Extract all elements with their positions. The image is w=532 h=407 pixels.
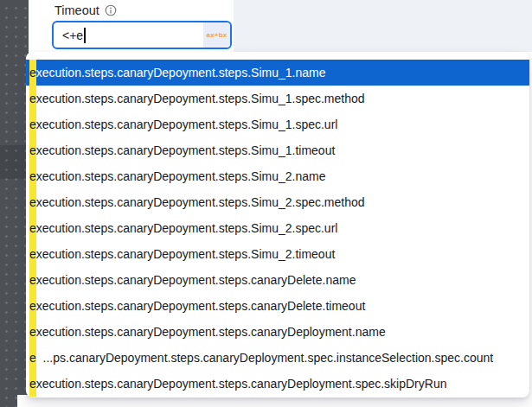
item-text: xecution.steps.canaryDepoyment.steps.Sim… xyxy=(36,137,336,163)
dropdown-item[interactable]: execution.steps.canaryDepoyment.steps.Si… xyxy=(26,189,529,215)
match-highlight: e xyxy=(29,189,36,215)
match-highlight: e xyxy=(29,371,36,397)
item-text: xecution.steps.canaryDepoyment.steps.can… xyxy=(36,371,447,397)
pipeline-step-form-screen: Timeout <+e ax+bx execution.steps.canary… xyxy=(0,0,532,407)
item-text: xecution.steps.canaryDepoyment.steps.can… xyxy=(36,267,356,293)
match-highlight: e xyxy=(29,163,36,189)
timeout-input-value: <+e xyxy=(54,29,83,42)
match-highlight: e xyxy=(29,215,36,241)
match-highlight: e xyxy=(29,60,36,86)
match-highlight: e xyxy=(29,319,36,345)
dropdown-item[interactable]: execution.steps.canaryDepoyment.steps.Si… xyxy=(26,86,529,111)
item-text: xecution.steps.canaryDepoyment.steps.can… xyxy=(36,319,386,345)
item-text: xecution.steps.canaryDepoyment.steps.Sim… xyxy=(36,60,326,86)
expression-mode-badge[interactable]: ax+bx xyxy=(203,22,230,48)
dropdown-item[interactable]: e ...ps.canaryDepoyment.steps.canaryDepl… xyxy=(26,345,529,371)
item-text: xecution.steps.canaryDepoyment.steps.Sim… xyxy=(36,86,365,111)
expression-autocomplete-dropdown: execution.steps.canaryDepoyment.steps.Si… xyxy=(26,52,529,397)
dropdown-item[interactable]: execution.steps.canaryDepoyment.steps.Si… xyxy=(26,163,529,189)
dropdown-item[interactable]: execution.steps.canaryDepoyment.steps.Si… xyxy=(26,60,529,86)
dropdown-item[interactable]: execution.steps.canaryDepoyment.steps.ca… xyxy=(26,293,529,319)
match-highlight: e xyxy=(29,293,36,319)
item-text: xecution.steps.canaryDepoyment.steps.Sim… xyxy=(36,111,338,137)
match-highlight: e xyxy=(29,86,36,111)
dropdown-item[interactable]: execution.steps.canaryDepoyment.steps.ca… xyxy=(26,371,529,397)
match-highlight: e xyxy=(29,267,36,293)
timeout-expression-input[interactable]: <+e ax+bx xyxy=(52,21,232,49)
dropdown-item[interactable]: execution.steps.canaryDepoyment.steps.Si… xyxy=(26,215,529,241)
text-cursor xyxy=(84,28,86,43)
dropdown-item[interactable]: execution.steps.canaryDepoyment.steps.Si… xyxy=(26,137,529,163)
dropdown-item[interactable]: execution.steps.canaryDepoyment.steps.Si… xyxy=(26,241,529,267)
match-highlight: e xyxy=(29,345,36,371)
dropdown-item[interactable]: execution.steps.canaryDepoyment.steps.ca… xyxy=(26,267,529,293)
canvas-light-area xyxy=(17,395,29,407)
dropdown-item[interactable]: execution.steps.canaryDepoyment.steps.Si… xyxy=(26,111,529,137)
timeout-field-label-row: Timeout xyxy=(54,3,117,17)
item-text: xecution.steps.canaryDepoyment.steps.Sim… xyxy=(36,241,336,267)
item-text: xecution.steps.canaryDepoyment.steps.Sim… xyxy=(36,215,338,241)
match-highlight: e xyxy=(29,241,36,267)
pipeline-canvas xyxy=(0,0,29,407)
match-highlight: e xyxy=(29,137,36,163)
canvas-node-shadow xyxy=(0,145,29,179)
timeout-label: Timeout xyxy=(54,3,99,17)
form-panel-background xyxy=(234,0,532,52)
item-text: ...ps.canaryDepoyment.steps.canaryDeploy… xyxy=(36,345,493,371)
item-text: xecution.steps.canaryDepoyment.steps.can… xyxy=(36,293,366,319)
item-text: xecution.steps.canaryDepoyment.steps.Sim… xyxy=(36,189,365,215)
info-icon[interactable] xyxy=(105,4,117,16)
dropdown-item[interactable]: execution.steps.canaryDepoyment.steps.ca… xyxy=(26,319,529,345)
item-text: xecution.steps.canaryDepoyment.steps.Sim… xyxy=(36,163,326,189)
match-highlight: e xyxy=(29,111,36,137)
